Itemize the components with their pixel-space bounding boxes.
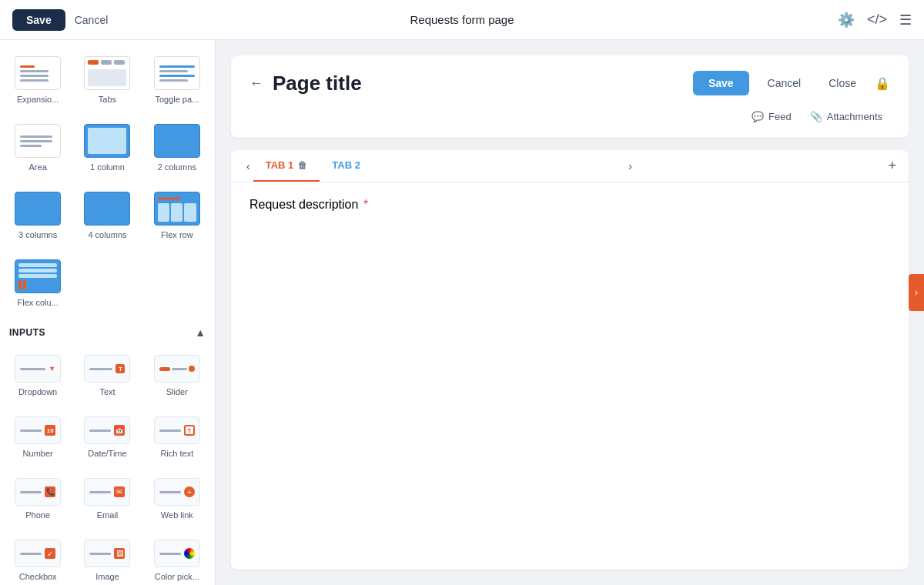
3col-label: 3 columns	[18, 230, 57, 239]
settings-icon[interactable]: ⚙️	[838, 12, 855, 28]
code-icon[interactable]: </>	[867, 12, 887, 28]
slider-label: Slider	[166, 387, 188, 396]
inputs-toggle-button[interactable]: ▲	[195, 326, 206, 339]
page-title-topbar: Requests form page	[410, 13, 514, 26]
2col-icon	[154, 124, 200, 158]
widget-1col[interactable]: 1 column	[75, 117, 139, 179]
widget-slider[interactable]: Slider	[146, 348, 209, 403]
tab-1[interactable]: TAB 1 🗑	[253, 150, 320, 182]
widget-text[interactable]: T Text	[75, 348, 139, 403]
text-label: Text	[99, 387, 115, 396]
flexcol-icon	[15, 259, 61, 293]
4col-label: 4 columns	[88, 230, 126, 239]
attachments-icon: 📎	[810, 111, 822, 122]
widget-phone[interactable]: 📞 Phone	[6, 471, 69, 526]
image-icon: 🖼	[84, 540, 130, 567]
tab-2-label: TAB 2	[332, 159, 360, 171]
widget-tabs[interactable]: Tabs	[75, 49, 139, 111]
widget-4col[interactable]: 4 columns	[75, 185, 139, 246]
save-button[interactable]: Save	[12, 9, 65, 31]
tab-next-arrow[interactable]: ›	[625, 157, 635, 176]
colorpick-icon	[154, 540, 200, 567]
tab-prev-arrow[interactable]: ‹	[243, 157, 253, 176]
attachments-label: Attachments	[827, 111, 882, 122]
widget-area[interactable]: Area	[6, 117, 69, 179]
1col-icon	[84, 124, 130, 158]
expansion-icon	[15, 56, 61, 90]
checkbox-icon: ✓	[15, 540, 61, 567]
number-label: Number	[23, 449, 53, 458]
text-icon: T	[84, 355, 130, 383]
weblink-label: Web link	[161, 510, 193, 520]
flexcol-label: Flex colu...	[18, 298, 59, 307]
2col-label: 2 columns	[158, 162, 196, 172]
page-save-button[interactable]: Save	[693, 71, 749, 95]
datetime-label: Date/Time	[88, 449, 126, 458]
widget-image[interactable]: 🖼 Image	[75, 533, 139, 585]
number-icon: 10	[15, 416, 61, 444]
weblink-icon: +	[154, 478, 200, 506]
widget-expansion[interactable]: Expansio...	[6, 49, 69, 111]
tabs-card: ‹ TAB 1 🗑 TAB 2 › + Request description …	[231, 150, 909, 570]
widget-datetime[interactable]: 📅 Date/Time	[75, 410, 139, 465]
back-button[interactable]: ←	[249, 75, 263, 92]
page-header-actions: 💬 Feed 📎 Attachments	[249, 108, 890, 125]
widget-dropdown[interactable]: ▼ Dropdown	[6, 348, 69, 403]
toggle-icon	[154, 56, 200, 90]
4col-icon	[84, 192, 130, 226]
sidebar: Expansio... Tabs	[0, 40, 216, 585]
feed-link[interactable]: 💬 Feed	[744, 108, 799, 125]
slider-icon	[154, 355, 200, 383]
right-panel-toggle[interactable]: ›	[909, 274, 924, 311]
inputs-section-header: INPUTS ▲	[6, 320, 209, 345]
main-layout: Expansio... Tabs	[0, 40, 924, 585]
area-label: Area	[29, 162, 47, 172]
richtext-icon: T	[154, 416, 200, 444]
area-icon	[15, 124, 61, 158]
field-required-mark: *	[363, 198, 368, 211]
widget-weblink[interactable]: + Web link	[146, 471, 209, 526]
page-cancel-button[interactable]: Cancel	[758, 71, 811, 95]
inputs-section-title: INPUTS	[9, 327, 45, 338]
datetime-icon: 📅	[84, 416, 130, 444]
page-header-card: ← Page title Save Cancel Close 🔒 💬 Feed …	[231, 55, 909, 138]
content-area: ← Page title Save Cancel Close 🔒 💬 Feed …	[216, 40, 924, 585]
dropdown-icon: ▼	[15, 355, 61, 383]
1col-label: 1 column	[90, 162, 125, 172]
feed-icon: 💬	[752, 111, 764, 122]
widget-colorpick[interactable]: Color pick...	[146, 533, 209, 585]
3col-icon	[15, 192, 61, 226]
page-header-top: ← Page title Save Cancel Close 🔒	[249, 71, 890, 95]
widget-flexrow[interactable]: ▶▶▶▶▶▶ Flex row	[146, 185, 209, 246]
widget-checkbox[interactable]: ✓ Checkbox	[6, 533, 69, 585]
page-close-button[interactable]: Close	[819, 71, 865, 95]
filter-icon[interactable]: ☰	[899, 12, 912, 28]
tab-add-button[interactable]: +	[888, 158, 896, 174]
topbar-actions: ⚙️ </> ☰	[838, 12, 912, 28]
email-label: Email	[97, 510, 119, 520]
widget-toggle[interactable]: Toggle pa...	[146, 49, 209, 111]
widget-richtext[interactable]: T Rich text	[146, 410, 209, 465]
tab-content: Request description *	[231, 182, 909, 227]
widget-flexcol[interactable]: Flex colu...	[6, 252, 69, 314]
attachments-link[interactable]: 📎 Attachments	[802, 108, 890, 125]
richtext-label: Rich text	[160, 449, 193, 458]
widget-3col[interactable]: 3 columns	[6, 185, 69, 246]
tab-2[interactable]: TAB 2	[320, 150, 373, 182]
widget-2col[interactable]: 2 columns	[146, 117, 209, 179]
checkbox-label: Checkbox	[19, 572, 57, 581]
flexrow-label: Flex row	[161, 230, 193, 239]
top-bar: Save Cancel Requests form page ⚙️ </> ☰	[0, 0, 924, 40]
toggle-label: Toggle pa...	[155, 95, 199, 104]
lock-icon: 🔒	[875, 76, 890, 91]
tabs-label: Tabs	[99, 95, 116, 104]
cancel-button[interactable]: Cancel	[75, 14, 109, 26]
tabs-icon	[84, 56, 130, 90]
tab-1-delete[interactable]: 🗑	[298, 160, 307, 171]
flexrow-icon: ▶▶▶▶▶▶	[154, 192, 200, 226]
widget-number[interactable]: 10 Number	[6, 410, 69, 465]
phone-icon: 📞	[15, 478, 61, 506]
layout-widget-grid: Expansio... Tabs	[6, 49, 209, 314]
inputs-widget-grid: ▼ Dropdown T Text	[6, 348, 209, 585]
widget-email[interactable]: ✉ Email	[75, 471, 139, 526]
